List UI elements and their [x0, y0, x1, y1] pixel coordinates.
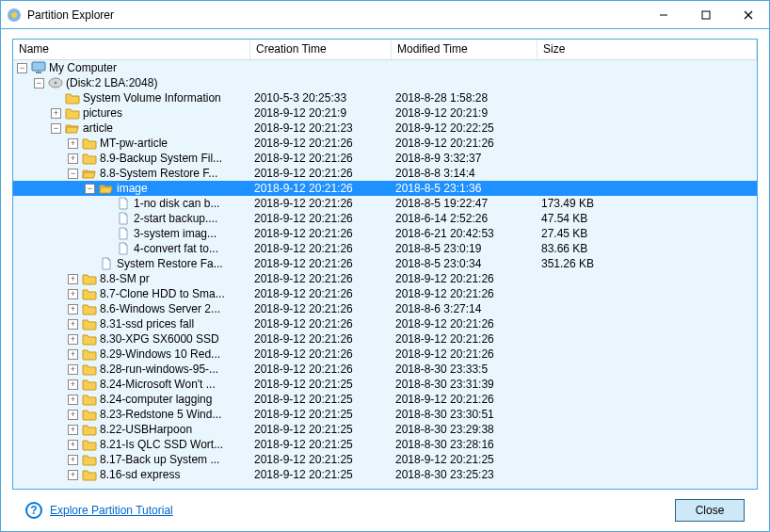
- tree-row[interactable]: +8.23-Redstone 5 Wind...2018-9-12 20:21:…: [13, 407, 757, 422]
- tutorial-link[interactable]: Explore Partition Tutorial: [50, 504, 173, 517]
- expand-toggle[interactable]: +: [68, 319, 78, 330]
- tree-row[interactable]: +MT-pw-article2018-9-12 20:21:262018-9-1…: [13, 136, 757, 151]
- folder-icon: [65, 91, 80, 105]
- collapse-toggle[interactable]: −: [68, 169, 78, 179]
- tree-row[interactable]: +8.21-Is QLC SSD Wort...2018-9-12 20:21:…: [13, 437, 757, 452]
- tree-row[interactable]: +8.7-Clone HDD to Sma...2018-9-12 20:21:…: [13, 286, 757, 301]
- tree-row[interactable]: 4-convert fat to...2018-9-12 20:21:26201…: [13, 241, 757, 256]
- column-header-modified[interactable]: Modified Time: [392, 40, 537, 59]
- row-created: [250, 75, 392, 90]
- collapse-toggle[interactable]: −: [51, 123, 61, 134]
- tree-row[interactable]: +8.28-run-windows-95-...2018-9-12 20:21:…: [13, 362, 757, 377]
- tree-body[interactable]: −My Computer−(Disk:2 LBA:2048)System Vol…: [13, 60, 757, 489]
- close-window-button[interactable]: [727, 1, 769, 28]
- expand-toggle[interactable]: +: [68, 395, 78, 405]
- expand-toggle[interactable]: +: [68, 364, 78, 375]
- row-size: [537, 377, 757, 392]
- row-created: 2018-9-12 20:21:26: [250, 181, 392, 196]
- tree-row[interactable]: −image2018-9-12 20:21:262018-8-5 23:1:36: [13, 181, 757, 196]
- row-name: 4-convert fat to...: [134, 241, 218, 256]
- row-created: 2018-9-12 20:21:26: [250, 362, 392, 377]
- collapse-toggle[interactable]: −: [85, 184, 95, 194]
- collapse-toggle[interactable]: −: [34, 78, 44, 89]
- row-size: [537, 392, 757, 407]
- row-name: 8.29-Windows 10 Red...: [100, 347, 220, 362]
- maximize-button[interactable]: [684, 1, 727, 28]
- column-header-size[interactable]: Size: [537, 40, 757, 59]
- row-modified: 2018-6-14 2:52:26: [392, 211, 537, 226]
- tree-row[interactable]: +8.17-Back up System ...2018-9-12 20:21:…: [13, 452, 757, 467]
- row-name: 8.9-Backup System Fil...: [100, 151, 222, 166]
- row-created: 2018-9-12 20:21:26: [250, 136, 392, 151]
- tree-row[interactable]: 1-no disk can b...2018-9-12 20:21:262018…: [13, 196, 757, 211]
- row-name: My Computer: [49, 60, 117, 75]
- expand-toggle[interactable]: +: [68, 274, 78, 284]
- row-created: 2018-9-12 20:21:26: [250, 286, 392, 301]
- tree-row[interactable]: +8.8-SM pr2018-9-12 20:21:262018-9-12 20…: [13, 271, 757, 286]
- expand-toggle[interactable]: +: [68, 349, 78, 360]
- content-area: Name Creation Time Modified Time Size −M…: [1, 29, 769, 531]
- tree-row[interactable]: 3-system imag...2018-9-12 20:21:262018-6…: [13, 226, 757, 241]
- close-button[interactable]: Close: [675, 499, 745, 522]
- tree-row[interactable]: −(Disk:2 LBA:2048): [13, 75, 757, 90]
- expand-toggle[interactable]: +: [68, 379, 78, 390]
- tree-row[interactable]: −article2018-9-12 20:21:232018-9-12 20:2…: [13, 121, 757, 136]
- tree-row[interactable]: −My Computer: [13, 60, 757, 75]
- tree-row[interactable]: +8.24-Microsoft Won't ...2018-9-12 20:21…: [13, 377, 757, 392]
- expand-toggle[interactable]: +: [68, 470, 78, 480]
- row-created: 2018-9-12 20:21:26: [250, 211, 392, 226]
- file-icon: [116, 197, 131, 210]
- row-modified: 2018-8-30 23:29:38: [392, 422, 537, 437]
- expand-toggle[interactable]: +: [68, 440, 78, 450]
- row-size: [537, 437, 757, 452]
- titlebar[interactable]: Partition Explorer: [1, 1, 769, 29]
- row-name: image: [117, 181, 148, 196]
- folder-icon: [82, 408, 97, 421]
- row-created: 2018-9-12 20:21:25: [250, 392, 392, 407]
- row-created: 2018-9-12 20:21:26: [250, 347, 392, 362]
- tree-row[interactable]: System Restore Fa...2018-9-12 20:21:2620…: [13, 256, 757, 271]
- expand-toggle[interactable]: +: [51, 108, 61, 119]
- tree-row[interactable]: 2-start backup....2018-9-12 20:21:262018…: [13, 211, 757, 226]
- tree-row[interactable]: +8.24-computer lagging2018-9-12 20:21:25…: [13, 392, 757, 407]
- tree-row[interactable]: +8.22-USBHarpoon2018-9-12 20:21:252018-8…: [13, 422, 757, 437]
- tree-row[interactable]: −8.8-System Restore F...2018-9-12 20:21:…: [13, 166, 757, 181]
- column-header-created[interactable]: Creation Time: [250, 40, 392, 59]
- row-name: 8.16-sd express: [100, 467, 180, 482]
- row-size: [537, 121, 757, 136]
- row-modified: 2018-8-30 23:30:51: [392, 407, 537, 422]
- expand-toggle[interactable]: +: [68, 455, 78, 465]
- row-size: [537, 60, 757, 75]
- tree-row[interactable]: +8.29-Windows 10 Red...2018-9-12 20:21:2…: [13, 347, 757, 362]
- tree-row[interactable]: System Volume Information2010-5-3 20:25:…: [13, 90, 757, 105]
- row-modified: 2018-8-30 23:25:23: [392, 467, 537, 482]
- expand-toggle[interactable]: +: [68, 153, 78, 164]
- row-modified: 2018-9-12 20:21:26: [392, 136, 537, 151]
- folder-icon: [82, 317, 97, 330]
- tree-row[interactable]: +8.30-XPG SX6000 SSD2018-9-12 20:21:2620…: [13, 331, 757, 347]
- expand-toggle[interactable]: +: [68, 410, 78, 420]
- expand-toggle[interactable]: +: [68, 138, 78, 149]
- row-size: [537, 331, 757, 347]
- folder-icon: [82, 287, 97, 300]
- expand-toggle[interactable]: +: [68, 425, 78, 435]
- file-icon: [116, 227, 131, 240]
- tree-row[interactable]: +8.16-sd express2018-9-12 20:21:252018-8…: [13, 467, 757, 482]
- row-name: (Disk:2 LBA:2048): [66, 75, 157, 90]
- row-created: 2018-9-12 20:21:26: [250, 331, 392, 347]
- collapse-toggle[interactable]: −: [17, 63, 27, 73]
- expand-toggle[interactable]: +: [68, 334, 78, 345]
- row-created: 2018-9-12 20:21:23: [250, 121, 392, 136]
- row-modified: 2018-8-5 23:1:36: [392, 181, 537, 196]
- row-name: System Restore Fa...: [117, 256, 223, 271]
- tree-row[interactable]: +8.6-Windows Server 2...2018-9-12 20:21:…: [13, 301, 757, 316]
- tree-row[interactable]: +8.9-Backup System Fil...2018-9-12 20:21…: [13, 151, 757, 166]
- expand-toggle[interactable]: +: [68, 289, 78, 299]
- column-header-name[interactable]: Name: [13, 40, 250, 59]
- minimize-button[interactable]: [642, 1, 684, 28]
- tree-row[interactable]: +8.31-ssd prices fall2018-9-12 20:21:262…: [13, 316, 757, 331]
- tree-row[interactable]: +pictures2018-9-12 20:21:92018-9-12 20:2…: [13, 105, 757, 121]
- help-icon[interactable]: ?: [25, 502, 42, 519]
- folder-open-icon: [65, 121, 80, 135]
- expand-toggle[interactable]: +: [68, 304, 78, 314]
